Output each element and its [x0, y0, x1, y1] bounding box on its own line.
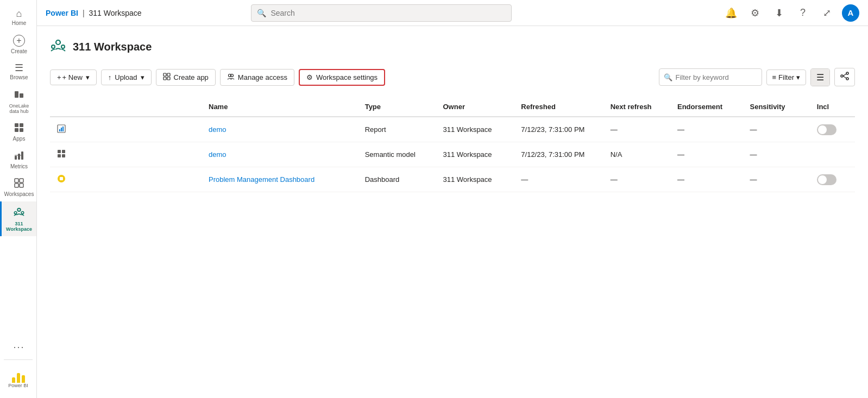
th-next-refresh[interactable]: Next refresh: [604, 97, 671, 117]
help-button[interactable]: ?: [794, 4, 812, 22]
row3-incl[interactable]: [810, 167, 855, 192]
th-refreshed[interactable]: Refreshed: [514, 97, 603, 117]
dashboard-icon: [56, 177, 66, 185]
svg-rect-13: [20, 184, 23, 187]
search-input[interactable]: [271, 9, 506, 17]
th-owner[interactable]: Owner: [436, 97, 514, 117]
powerbi-logo-bottom[interactable]: Power BI: [0, 362, 37, 394]
svg-point-14: [17, 209, 21, 212]
filter-search-box[interactable]: 🔍: [659, 68, 762, 86]
sidebar-label-311workspace: 311Workspace: [6, 221, 32, 232]
row1-sensitivity: —: [744, 117, 810, 142]
sidebar-label-workspaces: Workspaces: [4, 191, 34, 197]
sidebar-item-311workspace[interactable]: 311Workspace: [0, 201, 36, 236]
list-view-button[interactable]: ☰: [811, 69, 829, 86]
row3-type: Dashboard: [358, 167, 437, 192]
sidebar-label-browse: Browse: [10, 74, 28, 80]
table-row: demo Report 311 Workspace 7/12/23, 7:31:…: [50, 117, 855, 142]
svg-line-29: [843, 74, 846, 76]
more-icon: ···: [13, 342, 24, 353]
sidebar-item-metrics[interactable]: Metrics: [0, 146, 36, 174]
row3-endorsement: —: [671, 167, 744, 192]
topbar: Power BI | 311 Workspace 🔍 🔔 ⚙ ⬇ ? ⤢ A: [37, 0, 868, 26]
manage-access-button[interactable]: Manage access: [220, 69, 294, 86]
row1-toggle[interactable]: [817, 124, 836, 135]
svg-point-19: [61, 45, 65, 48]
sidebar-label-metrics: Metrics: [10, 163, 28, 169]
sidebar-item-create[interactable]: + Create: [0, 30, 36, 59]
filter-chevron-icon: ▾: [796, 73, 800, 81]
brand-workspace: 311 Workspace: [89, 9, 142, 17]
new-plus-icon: +: [57, 73, 61, 81]
svg-rect-32: [59, 129, 60, 131]
table-row: Problem Management Dashboard Dashboard 3…: [50, 167, 855, 192]
row3-toggle[interactable]: [817, 174, 836, 185]
svg-rect-37: [58, 154, 61, 157]
sidebar-item-apps[interactable]: Apps: [0, 118, 36, 146]
workspace-settings-button[interactable]: ⚙ Workspace settings: [299, 69, 385, 86]
content-area: 311 Workspace + + New ▾ ↑ Upload ▾ Creat…: [37, 26, 868, 398]
user-avatar[interactable]: A: [842, 4, 859, 22]
svg-rect-1: [20, 93, 23, 98]
svg-rect-2: [15, 123, 18, 127]
create-app-button[interactable]: Create app: [156, 69, 216, 86]
svg-rect-20: [163, 73, 166, 76]
share-icon-button[interactable]: [834, 68, 855, 86]
apps-icon: [14, 123, 24, 134]
svg-rect-34: [62, 127, 64, 131]
svg-rect-6: [15, 156, 17, 160]
share-button[interactable]: ⤢: [818, 4, 835, 22]
svg-rect-38: [62, 154, 65, 157]
svg-rect-11: [20, 179, 23, 182]
th-name[interactable]: Name: [202, 97, 358, 117]
row2-name[interactable]: demo: [202, 142, 358, 167]
upload-label: Upload: [115, 73, 137, 81]
semantic-model-icon: [56, 152, 66, 160]
filter-button[interactable]: ≡ Filter ▾: [766, 70, 806, 85]
sidebar-item-home[interactable]: ⌂ Home: [0, 4, 36, 30]
filter-search-icon: 🔍: [664, 73, 672, 81]
table-body: demo Report 311 Workspace 7/12/23, 7:31:…: [50, 117, 855, 192]
workspace-311-icon: [13, 206, 25, 219]
browse-icon: ☰: [15, 63, 23, 73]
filter-label: Filter: [778, 73, 794, 81]
row2-refreshed: 7/12/23, 7:31:00 PM: [514, 142, 603, 167]
th-type[interactable]: Type: [358, 97, 437, 117]
row1-name[interactable]: demo: [202, 117, 358, 142]
sidebar-item-more[interactable]: ···: [0, 337, 36, 357]
home-icon: ⌂: [16, 9, 22, 18]
sidebar-item-onelake[interactable]: OneLake data hub: [0, 85, 36, 118]
row1-incl[interactable]: [810, 117, 855, 142]
upload-button[interactable]: ↑ Upload ▾: [101, 70, 152, 85]
filter-keyword-input[interactable]: [676, 73, 757, 81]
powerbi-bottom-label: Power BI: [8, 383, 28, 388]
brand-powerbi: Power BI: [46, 9, 78, 17]
th-endorsement[interactable]: Endorsement: [671, 97, 744, 117]
settings-button[interactable]: ⚙: [746, 4, 764, 22]
workspace-icon-header: [50, 37, 66, 57]
notifications-button[interactable]: 🔔: [722, 4, 740, 22]
new-button[interactable]: + + New ▾: [50, 70, 97, 85]
row3-owner: 311 Workspace: [436, 167, 514, 192]
row2-next-refresh: N/A: [604, 142, 671, 167]
svg-rect-33: [61, 128, 62, 131]
sidebar-label-create: Create: [11, 48, 27, 54]
row1-endorsement: —: [671, 117, 744, 142]
sidebar-item-workspaces[interactable]: Workspaces: [0, 174, 36, 201]
row3-name[interactable]: Problem Management Dashboard: [202, 167, 358, 192]
row3-icon-cell: [50, 167, 202, 192]
main-area: Power BI | 311 Workspace 🔍 🔔 ⚙ ⬇ ? ⤢ A 3…: [37, 0, 868, 398]
row2-type: Semantic model: [358, 142, 437, 167]
sidebar-item-browse[interactable]: ☰ Browse: [0, 59, 36, 85]
th-incl[interactable]: Incl: [810, 97, 855, 117]
th-sensitivity[interactable]: Sensitivity: [744, 97, 810, 117]
workspaces-icon: [14, 178, 24, 189]
svg-rect-7: [18, 154, 20, 160]
metrics-icon: [14, 150, 24, 162]
search-box[interactable]: 🔍: [251, 4, 512, 22]
svg-point-17: [56, 40, 60, 45]
svg-point-28: [841, 75, 843, 77]
svg-rect-10: [15, 179, 18, 182]
download-button[interactable]: ⬇: [770, 4, 788, 22]
brand-separator: |: [83, 9, 85, 17]
